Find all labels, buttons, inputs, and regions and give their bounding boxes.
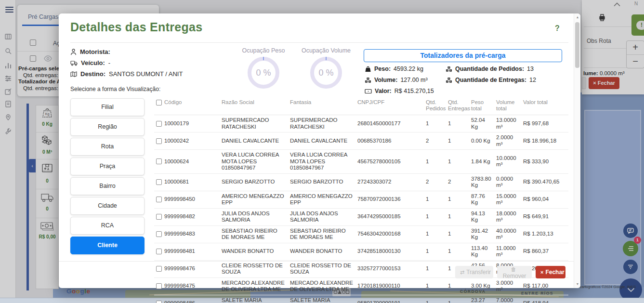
row-checkbox[interactable]	[156, 158, 162, 164]
table-cell: 94.13 Kg	[469, 208, 494, 225]
table-cell: SUPERMERCADO RATACHESKI	[220, 115, 288, 132]
valor-total: Valor:R$ 415.270,15	[365, 88, 434, 94]
table-cell: 10.0000 m³	[494, 150, 521, 174]
view-button-rota[interactable]: Rota	[70, 138, 145, 156]
table-cell: JULIA DOS ANJOS SALMORIA	[288, 208, 355, 225]
table-cell: 1	[446, 132, 469, 150]
col-volume-total: Volume total	[494, 97, 521, 115]
person-icon	[70, 49, 77, 55]
veiculo-row: Veículo:-	[70, 59, 183, 66]
table-cell: 75870972000136	[355, 191, 424, 208]
row-checkbox[interactable]	[156, 266, 162, 272]
table-cell: VERA LUCIA CORREA MOTA LOPES 01850847967	[220, 150, 288, 174]
table-cell: 1	[424, 295, 446, 303]
table-cell: 9999998450	[154, 191, 220, 208]
table-cell: 95801700000191	[355, 295, 424, 303]
table-cell: WANDER BONATTO	[220, 243, 288, 260]
table-cell: CLEIDE ROSSETTO DE SOUZA	[288, 260, 355, 277]
table-cell: 9999998475	[154, 277, 220, 295]
table-cell: 9999998486	[154, 295, 220, 303]
cubes-icon	[365, 77, 371, 83]
row-checkbox[interactable]	[156, 231, 162, 237]
table-cell: 52.04 Kg	[469, 115, 494, 132]
destino-row: Destino:SANTOS DUMONT / ANIT	[70, 70, 183, 78]
table-cell: 3.00 Kg	[469, 277, 494, 295]
select-all-checkbox[interactable]	[156, 100, 162, 105]
row-checkbox[interactable]	[156, 249, 162, 254]
table-cell: R$ 649,91	[521, 208, 568, 225]
row-checkbox[interactable]	[156, 301, 162, 303]
scroll-up-arrow[interactable]: ▲	[574, 13, 581, 21]
view-button-bairro[interactable]: Bairro	[70, 177, 145, 195]
table-cell: R$ 418,94	[521, 295, 568, 303]
table-cell: SEBASTIAO RIBEIRO DE MORAES ME	[220, 225, 288, 243]
totalizadores-header: Totalizadores da pré-carga	[364, 49, 562, 62]
table-cell: SALETE MARIA AGOSTINI MARTINS ME	[288, 295, 355, 303]
view-button-cliente[interactable]: Cliente	[70, 237, 145, 254]
table-cell: 18.0000 m³	[494, 208, 521, 225]
row-checkbox[interactable]	[156, 214, 162, 220]
table-cell: SEBASTIAO RIBEIRO DE MORAES ME	[288, 225, 355, 243]
transferir-button[interactable]: ⇄Transferir	[455, 266, 493, 278]
modal-scrollbar[interactable]: ▲ ▼	[574, 13, 580, 288]
table-cell: 1	[424, 115, 446, 132]
divider	[59, 261, 574, 262]
table-row: 9999998486SALETE MARIA AGOSTINI MARTINS …	[154, 295, 568, 303]
col-valor-total: Valor total	[521, 97, 568, 115]
table-row: 9999998482JULIA DOS ANJOS SALMORIAJULIA …	[154, 208, 568, 225]
table-cell: 1	[446, 115, 469, 132]
table-cell: 2	[424, 132, 446, 150]
fechar-button[interactable]: ×Fechar	[536, 266, 565, 278]
table-row: 9999998483SEBASTIAO RIBEIRO DE MORAES ME…	[154, 225, 568, 243]
view-button-região[interactable]: Região	[70, 118, 145, 136]
table-cell: 1	[424, 277, 446, 295]
row-checkbox[interactable]	[156, 283, 162, 289]
table-cell: 1	[424, 191, 446, 208]
qtd-entregas: Quantidade de Entregas:12	[446, 77, 536, 83]
view-button-filial[interactable]: Filial	[70, 98, 145, 116]
row-checkbox[interactable]	[156, 121, 162, 127]
view-button-cidade[interactable]: Cidade	[70, 197, 145, 215]
table-cell: R$ 997,68	[521, 115, 568, 132]
table-cell: SERGIO BARZOTTO	[220, 173, 288, 191]
table-cell: MERCADO ALEXANDRE DE OLIVEIRA LTDA ME	[288, 277, 355, 295]
table-row: 9999998481WANDER BONATTOWANDER BONATTO37…	[154, 243, 568, 260]
row-checkbox[interactable]	[156, 179, 162, 185]
table-cell: SERGIO BARZOTTO	[288, 173, 355, 191]
weight-icon	[365, 66, 371, 72]
table-cell: 10000681	[154, 173, 220, 191]
table-cell: DANIEL CAVALCANTE	[288, 132, 355, 150]
help-icon[interactable]: ?	[555, 24, 560, 33]
table-cell: 0.0000 m³	[494, 173, 521, 191]
table-row: 10000681SERGIO BARZOTTOSERGIO BARZOTTO27…	[154, 173, 568, 191]
view-button-praça[interactable]: Praça	[70, 158, 145, 175]
table-cell: AMERICO MENEGAZZO EPP	[220, 191, 288, 208]
scroll-down-arrow[interactable]: ▼	[574, 280, 581, 288]
table-cell: SUPERMERCADO RATACHESKI	[288, 115, 355, 132]
col-qtd-pedidos: Qtd. Pedidos	[424, 97, 446, 115]
table-cell: R$ 1.203,13	[521, 225, 568, 243]
row-checkbox[interactable]	[156, 197, 162, 202]
table-cell: 26801450000177	[355, 115, 424, 132]
gauge-volume: Ocupação Volume 0 %	[300, 47, 353, 89]
table-cell: 1	[446, 191, 469, 208]
table-cell: R$ 860,37	[521, 243, 568, 260]
remover-button[interactable]: 🗑Remover	[497, 266, 532, 278]
cubes-icon	[446, 77, 452, 83]
scroll-thumb[interactable]	[575, 22, 579, 68]
table-cell: 2	[424, 173, 446, 191]
table-cell: 1	[446, 208, 469, 225]
table-cell: JULIA DOS ANJOS SALMORIA	[220, 208, 288, 225]
close-icon: ×	[540, 269, 543, 275]
view-button-rca[interactable]: RCA	[70, 217, 145, 235]
table-cell: 37428518000130	[355, 243, 424, 260]
table-cell: 2	[446, 173, 469, 191]
table-cell: 45675278000105	[355, 150, 424, 174]
totals-right-column: Quantidade de Pedidos:13 Quantidade de E…	[446, 66, 536, 88]
trash-icon: 🗑	[511, 266, 516, 272]
table-cell: DANIEL CAVALCANTE	[220, 132, 288, 150]
row-checkbox[interactable]	[156, 138, 162, 144]
table-cell: 391.42 Kg	[469, 225, 494, 243]
motorista-row: Motorista:	[70, 48, 183, 55]
table-cell: 17201819000110	[355, 277, 424, 295]
